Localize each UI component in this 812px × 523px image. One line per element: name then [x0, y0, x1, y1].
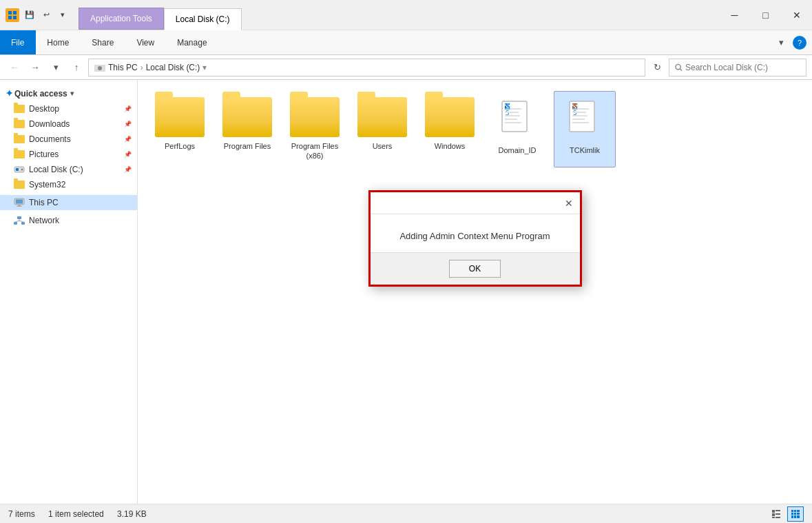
status-bar: 7 items 1 item selected 3.19 KB	[0, 504, 812, 523]
content-area: PerfLogs Program Files Program Files (x8…	[138, 80, 812, 504]
svg-rect-10	[16, 168, 19, 171]
refresh-btn[interactable]: ↻	[648, 59, 666, 76]
sidebar-item-label-thispc: This PC	[29, 198, 59, 207]
monitor-icon	[14, 198, 25, 207]
breadcrumb-dropdown[interactable]: ▾	[202, 63, 207, 72]
dialog-close-button[interactable]: ✕	[561, 195, 577, 212]
maximize-button[interactable]: □	[750, 0, 781, 30]
svg-line-8	[680, 68, 682, 70]
svg-rect-14	[18, 205, 21, 206]
sidebar-item-localdisk[interactable]: Local Disk (C:) 📌	[0, 162, 137, 177]
svg-rect-75	[797, 513, 800, 515]
sidebar-quick-access-label: Quick access	[14, 89, 67, 99]
folder-icon	[14, 135, 25, 143]
chevron-icon: ▾	[70, 90, 74, 97]
dialog-footer: OK	[371, 252, 580, 285]
view-tiles-button[interactable]	[787, 506, 804, 522]
status-separator1	[41, 509, 43, 519]
sidebar-item-documents[interactable]: Documents 📌	[0, 132, 137, 147]
sidebar-item-network[interactable]: Network	[0, 213, 137, 228]
ribbon-tab-share[interactable]: Share	[81, 30, 125, 54]
sidebar-item-label-downloads: Downloads	[29, 119, 70, 129]
svg-rect-2	[8, 16, 12, 19]
ribbon-tab-manage[interactable]: Manage	[166, 30, 218, 54]
svg-rect-72	[797, 510, 800, 512]
breadcrumb-localdisk: Local Disk (C:)	[146, 63, 200, 72]
svg-line-20	[16, 221, 20, 222]
search-input[interactable]	[685, 63, 800, 72]
svg-rect-67	[775, 510, 780, 511]
tab-local-disk[interactable]: Local Disk (C:)	[164, 8, 242, 30]
nav-forward-btn[interactable]: →	[26, 59, 44, 76]
svg-rect-74	[794, 513, 796, 515]
nav-up-btn[interactable]: ↑	[67, 59, 85, 76]
pin-icon-documents: 📌	[124, 136, 132, 143]
sidebar-item-label-localdisk: Local Disk (C:)	[29, 165, 83, 174]
close-button[interactable]: ✕	[781, 0, 812, 30]
ribbon-tab-view[interactable]: View	[125, 30, 166, 54]
ribbon-help-btn[interactable]: ?	[793, 36, 806, 50]
sidebar-item-label-system32: System32	[29, 180, 65, 189]
view-list-button[interactable]	[768, 506, 784, 522]
tab-strip: Application Tools Local Disk (C:)	[76, 0, 719, 30]
sidebar-item-system32[interactable]: System32	[0, 177, 137, 192]
svg-rect-16	[17, 216, 21, 219]
address-actions: ↻	[648, 59, 666, 76]
sidebar-item-thispc[interactable]: This PC	[0, 195, 137, 210]
status-size: 3.19 KB	[117, 509, 147, 519]
ribbon-collapse-btn[interactable]: ▾	[772, 34, 790, 52]
nav-recent-btn[interactable]: ▾	[47, 59, 65, 76]
svg-rect-17	[14, 222, 17, 225]
save-qs-btn[interactable]: 💾	[22, 8, 37, 23]
tab-app-tools[interactable]: Application Tools	[79, 8, 164, 30]
drive-icon	[14, 165, 25, 174]
svg-rect-70	[791, 510, 793, 512]
sidebar-item-label-documents: Documents	[29, 134, 71, 144]
svg-rect-65	[772, 513, 775, 516]
breadcrumb-thispc: This PC	[108, 63, 138, 72]
svg-rect-1	[13, 11, 17, 14]
minimize-button[interactable]: ─	[719, 0, 750, 30]
svg-point-11	[21, 169, 23, 171]
ribbon: File Home Share View Manage ▾ ?	[0, 30, 812, 55]
sidebar-item-label-desktop: Desktop	[29, 104, 59, 114]
sidebar-item-desktop[interactable]: Desktop 📌	[0, 101, 137, 116]
undo-qs-btn[interactable]: ↩	[39, 8, 54, 23]
breadcrumb-sep1: ›	[140, 63, 143, 72]
svg-rect-77	[794, 515, 796, 518]
address-path-box[interactable]: This PC › Local Disk (C:) ▾	[88, 59, 645, 76]
dialog-ok-button[interactable]: OK	[449, 260, 501, 278]
status-separator2	[110, 509, 112, 519]
svg-rect-66	[772, 517, 775, 518]
sidebar-item-downloads[interactable]: Downloads 📌	[0, 116, 137, 132]
svg-rect-69	[775, 517, 780, 518]
status-right-controls	[768, 506, 804, 522]
sidebar-item-label-pictures: Pictures	[29, 150, 59, 159]
folder-icon	[14, 150, 25, 158]
status-selected: 1 item selected	[48, 509, 104, 519]
address-bar: ← → ▾ ↑ This PC › Local Disk (C:) ▾ ↻	[0, 55, 812, 80]
sidebar-quick-access-section: ✦ Quick access ▾ Desktop 📌 Downloads 📌 D…	[0, 85, 137, 192]
folder-icon	[14, 120, 25, 128]
svg-rect-76	[791, 515, 793, 518]
star-icon: ✦	[6, 88, 13, 99]
svg-rect-15	[17, 206, 22, 207]
folder-icon	[14, 181, 25, 189]
search-box[interactable]	[669, 59, 806, 76]
dialog-box: ✕ Adding Admin Context Menu Program OK	[368, 190, 582, 287]
folder-icon	[14, 105, 25, 113]
ribbon-tab-file[interactable]: File	[0, 30, 36, 54]
pin-icon-localdisk: 📌	[124, 166, 132, 173]
sidebar: ✦ Quick access ▾ Desktop 📌 Downloads 📌 D…	[0, 80, 138, 504]
dialog-title-bar: ✕	[371, 192, 580, 214]
svg-rect-64	[772, 510, 775, 513]
ribbon-tab-home[interactable]: Home	[36, 30, 81, 54]
svg-rect-3	[13, 16, 17, 19]
status-item-count: 7 items	[8, 509, 35, 519]
main-layout: ✦ Quick access ▾ Desktop 📌 Downloads 📌 D…	[0, 80, 812, 504]
sidebar-quick-access-header[interactable]: ✦ Quick access ▾	[0, 85, 137, 101]
title-bar-left: 💾 ↩ ▾	[0, 8, 76, 23]
sidebar-item-pictures[interactable]: Pictures 📌	[0, 147, 137, 162]
nav-back-btn[interactable]: ←	[6, 59, 23, 76]
qs-dropdown-btn[interactable]: ▾	[55, 8, 70, 23]
